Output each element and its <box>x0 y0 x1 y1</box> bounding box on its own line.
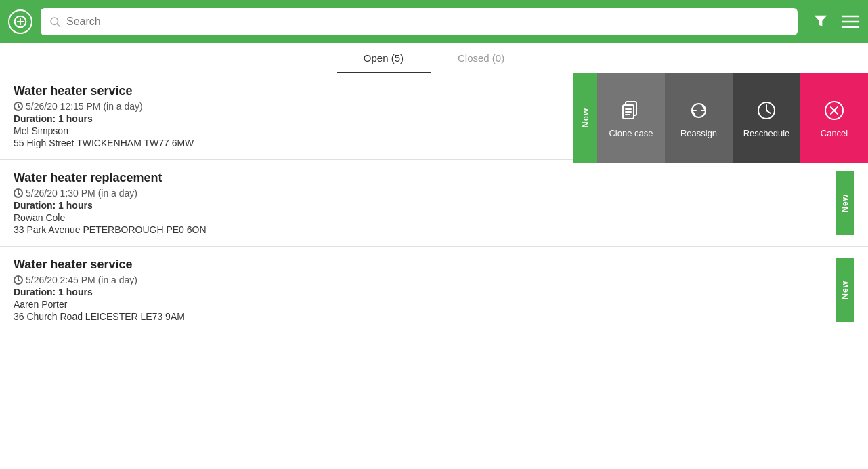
search-icon <box>49 16 61 28</box>
job-title-3: Water heater service <box>14 258 825 272</box>
table-row: Water heater service 5/26/20 2:45 PM (in… <box>0 247 868 333</box>
menu-button[interactable] <box>841 14 860 29</box>
cancel-label: Cancel <box>821 128 848 138</box>
tab-open[interactable]: Open (5) <box>337 44 431 73</box>
job-status-label-2: New <box>840 194 850 213</box>
reschedule-button[interactable]: Reschedule <box>733 73 800 163</box>
clone-case-label: Clone case <box>609 128 653 138</box>
job-content-3: Water heater service 5/26/20 2:45 PM (in… <box>14 258 825 322</box>
clone-icon <box>619 98 643 123</box>
job-content-2: Water heater replacement 5/26/20 1:30 PM… <box>14 171 825 235</box>
reschedule-icon <box>754 98 779 123</box>
job-status-bar-2[interactable]: New <box>836 171 854 235</box>
job-address-2: 33 Park Avenue PETERBOROUGH PE0 6ON <box>14 224 825 235</box>
hamburger-icon <box>841 14 860 29</box>
content-area: New Clone case Reassign <box>0 73 868 469</box>
action-menu-new-bar: New <box>573 73 597 163</box>
job-title-2: Water heater replacement <box>14 171 825 185</box>
header-icons <box>811 12 860 31</box>
action-menu: New Clone case Reassign <box>573 73 868 163</box>
job-status-bar-3[interactable]: New <box>836 258 854 322</box>
tabs-nav: Open (5) Closed (0) <box>0 43 868 73</box>
job-duration-3: Duration: 1 hours <box>14 287 825 298</box>
search-bar <box>41 8 798 35</box>
table-row: Water heater replacement 5/26/20 1:30 PM… <box>0 160 868 247</box>
clone-case-button[interactable]: Clone case <box>597 73 665 163</box>
job-person-2: Rowan Cole <box>14 212 825 223</box>
add-button[interactable] <box>8 9 32 34</box>
cancel-button[interactable]: Cancel <box>800 73 868 163</box>
action-menu-new-label: New <box>580 108 590 128</box>
job-status-label-3: New <box>840 281 850 300</box>
clock-icon <box>14 188 23 198</box>
job-duration-2: Duration: 1 hours <box>14 200 825 211</box>
job-address-3: 36 Church Road LEICESTER LE73 9AM <box>14 311 825 322</box>
job-time-2: 5/26/20 1:30 PM (in a day) <box>14 188 825 199</box>
svg-line-4 <box>57 24 60 26</box>
app-header <box>0 0 868 43</box>
clock-icon <box>14 275 23 285</box>
filter-button[interactable] <box>811 12 830 31</box>
filter-icon <box>811 12 830 31</box>
job-person-3: Aaren Porter <box>14 299 825 310</box>
reassign-icon <box>687 98 711 123</box>
cancel-icon <box>822 98 846 123</box>
reassign-label: Reassign <box>680 128 717 138</box>
tab-closed[interactable]: Closed (0) <box>431 44 531 73</box>
reschedule-label: Reschedule <box>743 128 790 138</box>
search-input[interactable] <box>66 16 789 28</box>
reassign-button[interactable]: Reassign <box>665 73 733 163</box>
job-time-3: 5/26/20 2:45 PM (in a day) <box>14 274 825 285</box>
clock-icon <box>14 102 23 111</box>
